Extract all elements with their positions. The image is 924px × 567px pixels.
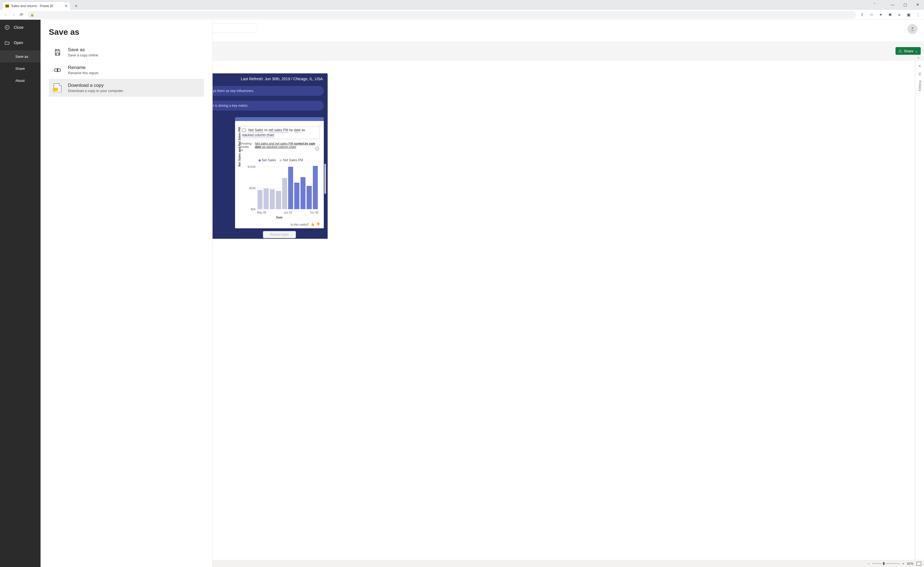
lock-icon: 🔒: [30, 13, 34, 17]
reading-list-icon[interactable]: ≡: [895, 11, 903, 19]
window-minimize-button[interactable]: —: [886, 0, 899, 9]
folder-icon: [5, 40, 10, 45]
showing-label: Showing results for: [239, 142, 251, 152]
bar: [276, 191, 281, 209]
file-menu-content: Save as Save as Save a copy online. Rena…: [41, 20, 213, 567]
option-download-copy[interactable]: Download a copy Download a copy to your …: [49, 79, 204, 97]
zoom-slider-thumb[interactable]: [883, 562, 884, 565]
bar: [282, 178, 287, 209]
zoom-in-button[interactable]: +: [902, 562, 904, 566]
svg-rect-2: [55, 69, 57, 71]
qna-visual: Net Sales vs net sales PM by date as sta…: [235, 117, 324, 228]
tab-close-icon[interactable]: ✕: [65, 4, 68, 8]
thumbs-down-icon[interactable]: 👎: [316, 223, 320, 226]
powerbi-app: Share ⌄ ⌄ Last Refresh: Jun 30th, 2019 /…: [0, 20, 924, 567]
powerbi-favicon-icon: [5, 4, 9, 8]
svg-point-0: [912, 27, 913, 29]
back-arrow-icon: [5, 25, 10, 30]
file-menu-close[interactable]: Close: [0, 20, 41, 35]
bar: [313, 166, 318, 209]
rename-icon: [53, 66, 62, 75]
file-menu: Close Open Save as Share About Save as S…: [0, 20, 213, 567]
bar: [306, 186, 311, 209]
filters-label: Filters: [918, 81, 922, 92]
extension1-icon[interactable]: ✦: [877, 11, 885, 19]
toolbar-expand-button[interactable]: ⌄: [917, 55, 920, 59]
file-menu-share[interactable]: Share: [0, 62, 41, 75]
file-menu-sidebar: Close Open Save as Share About: [0, 20, 41, 567]
zoom-slider[interactable]: [872, 563, 900, 564]
browser-chrome: Sales and returns - Power BI ✕ + ˅ — ▢ ✕…: [0, 0, 924, 20]
address-bar[interactable]: 🔒: [27, 11, 856, 19]
browser-tab[interactable]: Sales and returns - Power BI ✕: [2, 2, 71, 10]
tab-strip: Sales and returns - Power BI ✕ + ˅ — ▢ ✕: [0, 0, 924, 10]
chevron-down-icon: ⌄: [915, 49, 918, 53]
browser-toolbar: ← → ⟳ 🔒 ⇪ ☆ ✦ ✱ ≡ ▣ ⋮: [0, 10, 924, 20]
window-maximize-button[interactable]: ▢: [899, 0, 911, 9]
side-panel-icon[interactable]: ▣: [905, 11, 912, 19]
y-axis-label: Net Sales and Net Sales PM: [238, 127, 241, 167]
scrollbar-thumb[interactable]: [325, 164, 326, 194]
x-axis-label: Date: [239, 216, 320, 219]
bar: [300, 177, 305, 209]
page-title: Save as: [49, 27, 204, 37]
filter-icon: [918, 72, 922, 76]
account-avatar[interactable]: [907, 24, 917, 34]
fit-to-page-button[interactable]: [916, 562, 921, 566]
share-icon: [898, 49, 902, 53]
nav-forward-button[interactable]: →: [10, 11, 18, 19]
y-axis-ticks: $100K $50K $0K: [245, 161, 257, 209]
share-button[interactable]: Share ⌄: [895, 47, 921, 55]
person-icon: [910, 26, 915, 32]
save-icon: [53, 48, 62, 57]
tab-title: Sales and returns - Power BI: [11, 4, 53, 8]
chart-plot: [257, 161, 319, 209]
last-refresh-label: Last Refresh: Jun 30th, 2019 / Chicago, …: [241, 76, 323, 81]
pbix-file-icon: [53, 84, 62, 92]
option-save-as[interactable]: Save as Save a copy online.: [49, 43, 204, 61]
svg-point-1: [5, 26, 9, 30]
share-label: Share: [904, 49, 913, 53]
qna-query-input[interactable]: Net Sales vs net sales PM by date as sta…: [239, 126, 320, 139]
thumbs-up-icon[interactable]: 👍: [311, 223, 314, 226]
option-rename[interactable]: Rename Rename this report.: [49, 61, 204, 79]
svg-rect-3: [58, 69, 60, 71]
chat-icon: [242, 129, 246, 132]
nav-reload-button[interactable]: ⟳: [18, 11, 25, 19]
window-close-button[interactable]: ✕: [911, 0, 924, 9]
chart-area: Net Sales and Net Sales PM $100K $50K $0…: [239, 158, 320, 214]
bar: [263, 188, 269, 209]
file-menu-save-as[interactable]: Save as: [0, 50, 41, 62]
bookmark-icon[interactable]: ☆: [868, 11, 875, 19]
window-controls: ˅ — ▢ ✕: [868, 0, 924, 9]
bar: [257, 190, 263, 209]
bar: [288, 167, 293, 209]
new-tab-button[interactable]: +: [72, 2, 80, 10]
restart-qna-button[interactable]: Restart Q&A: [263, 231, 296, 238]
extensions-icon[interactable]: ✱: [886, 11, 894, 19]
bar: [270, 189, 275, 209]
tab-search-button[interactable]: ˅: [868, 0, 881, 9]
showing-result-text: Net sales and net sales PM sorted by sal…: [255, 142, 319, 152]
expand-filters-icon[interactable]: «: [919, 63, 921, 68]
file-menu-open[interactable]: Open: [0, 35, 41, 50]
nav-back-button[interactable]: ←: [2, 11, 10, 19]
filters-pane-collapsed[interactable]: « Filters: [915, 61, 924, 560]
zoom-level: 82%: [907, 562, 913, 566]
x-axis-ticks: May 05 Jun 02 Jun 30: [257, 211, 319, 214]
qna-showing-results: Showing results for Net sales and net sa…: [235, 142, 324, 152]
chart-bars: [257, 161, 319, 209]
card-header-bar: [235, 117, 324, 121]
feedback-prompt: Is this useful? 👍 👎: [291, 223, 320, 226]
browser-actions: ⇪ ☆ ✦ ✱ ≡ ▣ ⋮: [858, 11, 922, 19]
chrome-menu-button[interactable]: ⋮: [914, 11, 922, 19]
file-menu-about[interactable]: About: [0, 75, 41, 87]
info-icon[interactable]: i: [315, 147, 319, 151]
zoom-out-button[interactable]: −: [868, 562, 870, 566]
share-page-icon[interactable]: ⇪: [858, 11, 866, 19]
bar: [294, 183, 299, 209]
